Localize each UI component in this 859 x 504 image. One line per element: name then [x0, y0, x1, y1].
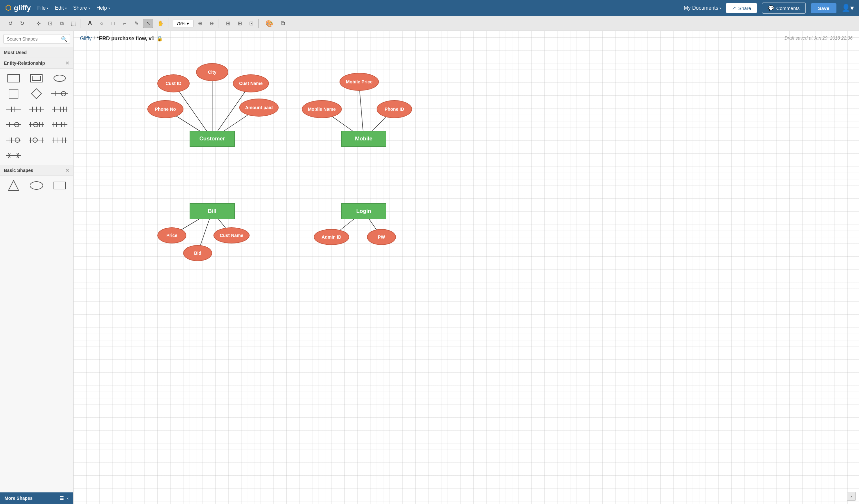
er-exactly-one-shape[interactable] — [3, 133, 25, 147]
zoom-in-button[interactable]: ⊕ — [195, 19, 205, 28]
canvas-area[interactable]: Gliffy / *ERD purchase flow, v1 🔒 Draft … — [74, 31, 859, 504]
er-entity-shape[interactable] — [3, 71, 25, 85]
search-icon-button[interactable]: 🔍 — [61, 36, 67, 42]
entity-relationship-section-header[interactable]: Entity-Relationship ✕ — [0, 58, 73, 68]
attr-city[interactable]: City — [196, 63, 228, 81]
edit-menu[interactable]: Edit ▾ — [55, 5, 67, 11]
paste-button[interactable]: ⬚ — [68, 19, 79, 28]
select-area-button[interactable]: ⊡ — [45, 19, 55, 28]
line-tool-button[interactable]: ⌐ — [120, 19, 130, 28]
save-button[interactable]: Save — [811, 3, 837, 13]
breadcrumb-gliffy[interactable]: Gliffy — [80, 36, 92, 42]
attr-phone-id-label: Phone ID — [385, 107, 404, 112]
er-exactly-one-icon — [5, 135, 22, 145]
share-menu[interactable]: Share ▾ — [73, 5, 90, 11]
grid-button[interactable]: ⊞ — [235, 19, 245, 28]
select-button[interactable]: ⊹ — [33, 19, 44, 28]
attr-admin-id-label: Admin ID — [321, 234, 341, 240]
share-icon: ↗ — [732, 5, 736, 11]
zoom-group: 75% ▾ ⊕ ⊖ — [171, 19, 219, 28]
basic-shapes-section-header[interactable]: Basic Shapes ✕ — [0, 165, 73, 176]
app-logo[interactable]: ⬡ gliffy — [5, 4, 31, 12]
file-menu[interactable]: File ▾ — [37, 5, 49, 11]
ellipse-shape[interactable] — [26, 178, 48, 193]
er-cross-cross-icon — [5, 151, 22, 161]
entity-bill-label: Bill — [208, 208, 216, 215]
edit-menu-arrow: ▾ — [65, 6, 67, 10]
layout-button[interactable]: ⊡ — [246, 19, 256, 28]
attr-bid[interactable]: Bid — [183, 245, 212, 261]
most-used-section-header[interactable]: Most Used — [0, 47, 73, 58]
er-one-or-many-shape[interactable] — [49, 117, 71, 132]
search-input[interactable] — [3, 34, 70, 44]
add-button[interactable]: ⊞ — [223, 19, 233, 28]
text-tool-button[interactable]: A — [85, 18, 95, 28]
attr-mobile-name-label: Mobile Name — [308, 107, 336, 112]
rectangle-shape[interactable] — [49, 178, 71, 193]
er-zero-shape[interactable] — [26, 133, 48, 147]
er-zero-one-shape[interactable] — [3, 117, 25, 132]
er-rect-icon — [7, 74, 20, 82]
er-many-shape[interactable] — [26, 102, 48, 116]
attr-pw[interactable]: PW — [367, 229, 396, 245]
er-cross-cross-shape[interactable] — [3, 148, 25, 163]
help-menu[interactable]: Help ▾ — [96, 5, 110, 11]
corner-expand-button[interactable]: › — [847, 492, 856, 501]
attr-cust-id[interactable]: Cust ID — [157, 74, 190, 92]
pointer-tool-button[interactable]: ↖ — [143, 19, 153, 28]
redo-button[interactable]: ↻ — [17, 19, 27, 28]
attr-phone-id[interactable]: Phone ID — [377, 100, 412, 118]
circle-tool-button[interactable]: ○ — [96, 19, 107, 28]
rect-tool-button[interactable]: □ — [108, 19, 118, 28]
attr-amount-paid[interactable]: Amount paid — [239, 98, 278, 116]
lock-icon[interactable]: 🔒 — [156, 35, 163, 42]
er-entity2-shape[interactable] — [3, 86, 25, 101]
basic-shapes-grid — [0, 176, 73, 195]
attr-admin-id[interactable]: Admin ID — [314, 229, 349, 245]
attr-price[interactable]: Price — [157, 227, 186, 243]
user-avatar[interactable]: 👤▾ — [842, 4, 854, 12]
copy-button[interactable]: ⧉ — [57, 19, 67, 28]
document-title: *ERD purchase flow, v1 — [97, 36, 154, 42]
layers-button[interactable]: ⧉ — [277, 18, 288, 28]
color-button[interactable]: 🎨 — [262, 18, 276, 29]
zoom-out-button[interactable]: ⊖ — [206, 19, 217, 28]
hand-tool-button[interactable]: ✋ — [154, 19, 167, 28]
er-ellipse-icon — [54, 75, 66, 82]
er-one-shape[interactable] — [3, 102, 25, 116]
er-many-icon — [28, 104, 45, 114]
entity-customer[interactable]: Customer — [190, 131, 235, 147]
er-line-shape[interactable] — [49, 86, 71, 101]
nav-right-actions: My Documents ▾ ↗ Share 💬 Comments Save 👤… — [684, 3, 854, 14]
attr-mobile-name[interactable]: Mobile Name — [302, 100, 342, 118]
entity-mobile[interactable]: Mobile — [341, 131, 386, 147]
zoom-selector[interactable]: 75% ▾ — [173, 20, 194, 27]
er-weak-entity-shape[interactable] — [26, 71, 48, 85]
share-button[interactable]: ↗ Share — [726, 3, 757, 13]
entity-login[interactable]: Login — [341, 203, 386, 219]
er-one-many-shape[interactable] — [49, 102, 71, 116]
basic-shapes-close[interactable]: ✕ — [65, 168, 69, 173]
er-zero-many-shape[interactable] — [26, 117, 48, 132]
triangle-shape[interactable] — [3, 178, 25, 193]
er-zero-many-icon — [28, 120, 45, 130]
draw-tool-button[interactable]: ✎ — [131, 19, 141, 28]
more-shapes-bar[interactable]: More Shapes ☰ ‹ — [0, 492, 73, 504]
attr-phone-no[interactable]: Phone No — [147, 100, 183, 118]
attr-cust-name2[interactable]: Cust Name — [213, 227, 250, 243]
undo-button[interactable]: ↺ — [5, 19, 15, 28]
my-documents-menu[interactable]: My Documents ▾ — [684, 5, 721, 11]
draft-saved-status: Draft saved at Jan 29, 2018 22:36 — [784, 35, 853, 41]
attr-mobile-price[interactable]: Mobile Price — [340, 73, 379, 91]
er-attribute-shape[interactable] — [49, 71, 71, 85]
er-many-many-shape[interactable] — [49, 133, 71, 147]
entity-bill[interactable]: Bill — [190, 203, 235, 219]
attr-city-label: City — [208, 69, 216, 75]
er-section-close[interactable]: ✕ — [65, 61, 69, 66]
er-diamond-icon — [31, 88, 42, 99]
entity-relationship-label: Entity-Relationship — [4, 61, 45, 66]
attr-cust-name[interactable]: Cust Name — [233, 74, 269, 92]
zoom-dropdown-arrow: ▾ — [187, 21, 189, 26]
er-relationship-shape[interactable] — [26, 86, 48, 101]
comments-button[interactable]: 💬 Comments — [762, 3, 806, 14]
